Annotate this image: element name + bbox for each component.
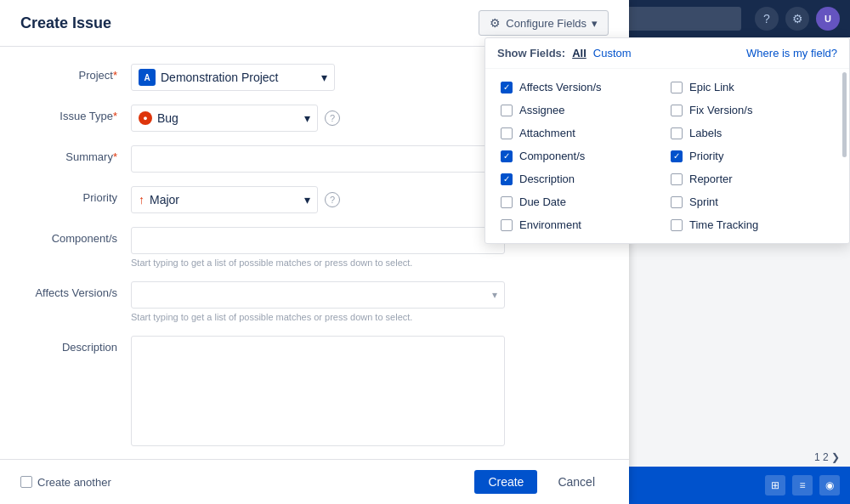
field-labels-label: Labels bbox=[689, 127, 722, 139]
field-fix-version-label: Fix Version/s bbox=[689, 104, 752, 116]
field-sprint-checkbox[interactable] bbox=[671, 196, 683, 208]
field-due-date-checkbox[interactable] bbox=[501, 196, 513, 208]
configure-fields-dropdown: Show Fields: All Custom Where is my fiel… bbox=[484, 37, 850, 244]
chevron-down-icon: ▾ bbox=[592, 17, 598, 30]
modal-title: Create Issue bbox=[20, 14, 111, 32]
field-priority[interactable]: ✓ Priority bbox=[667, 144, 837, 167]
summary-label: Summary* bbox=[20, 145, 131, 163]
field-affects-version-checkbox[interactable]: ✓ bbox=[501, 82, 513, 93]
bug-icon: ● bbox=[139, 111, 152, 125]
create-another-label: Create another bbox=[37, 476, 111, 489]
show-fields-label: Show Fields: bbox=[497, 47, 565, 59]
field-attachment-checkbox[interactable] bbox=[501, 127, 513, 139]
description-label: Description bbox=[20, 336, 131, 354]
priority-help-icon[interactable]: ? bbox=[325, 192, 340, 207]
field-priority-checkbox[interactable]: ✓ bbox=[671, 150, 683, 162]
create-another-wrapper: Create another bbox=[20, 476, 111, 489]
field-description-label: Description bbox=[519, 173, 575, 185]
priority-icon: ↑ bbox=[139, 193, 144, 207]
component-input[interactable] bbox=[131, 227, 505, 254]
description-field-row: Description bbox=[20, 336, 609, 449]
field-component-label: Component/s bbox=[519, 150, 585, 162]
field-reporter[interactable]: Reporter bbox=[667, 167, 837, 190]
description-field bbox=[131, 336, 609, 449]
field-sprint[interactable]: Sprint bbox=[667, 190, 837, 213]
project-label: Project* bbox=[20, 64, 131, 82]
field-environment-checkbox[interactable] bbox=[501, 219, 513, 231]
field-environment[interactable]: Environment bbox=[497, 213, 667, 236]
modal-footer: Create another Create Cancel bbox=[0, 459, 629, 504]
field-description[interactable]: ✓ Description bbox=[497, 167, 667, 190]
board-icon-grid[interactable]: ⊞ bbox=[765, 475, 785, 496]
help-nav-icon[interactable]: ? bbox=[755, 7, 779, 31]
priority-value: Major bbox=[150, 193, 179, 207]
affects-version-select[interactable]: ▾ bbox=[131, 281, 505, 309]
board-pagination: 1 2 ❯ bbox=[814, 451, 840, 463]
project-select[interactable]: A Demonstration Project ▾ bbox=[131, 64, 335, 91]
required-star: * bbox=[113, 69, 117, 82]
field-fix-version[interactable]: Fix Version/s bbox=[667, 99, 837, 122]
field-attachment[interactable]: Attachment bbox=[497, 122, 667, 144]
dropdown-scrollbar bbox=[842, 72, 847, 157]
field-reporter-checkbox[interactable] bbox=[671, 173, 683, 185]
field-attachment-label: Attachment bbox=[519, 127, 575, 139]
field-environment-label: Environment bbox=[519, 218, 581, 231]
issue-type-help-icon[interactable]: ? bbox=[325, 110, 340, 126]
board-icon-list[interactable]: ≡ bbox=[792, 475, 813, 496]
field-labels-checkbox[interactable] bbox=[671, 127, 683, 139]
gear-icon: ⚙ bbox=[490, 16, 501, 30]
field-labels[interactable]: Labels bbox=[667, 122, 837, 144]
field-epic-link[interactable]: Epic Link bbox=[667, 76, 837, 99]
project-chevron-icon: ▾ bbox=[321, 71, 327, 84]
field-assignee-checkbox[interactable] bbox=[501, 105, 513, 116]
priority-label: Priority bbox=[20, 186, 131, 204]
field-component-checkbox[interactable]: ✓ bbox=[501, 150, 513, 162]
field-component[interactable]: ✓ Component/s bbox=[497, 144, 667, 167]
field-time-tracking-label: Time Tracking bbox=[689, 218, 758, 231]
field-due-date-label: Due Date bbox=[519, 195, 566, 208]
issue-type-select[interactable]: ● Bug ▾ bbox=[131, 105, 318, 132]
nav-icons: ? ⚙ U bbox=[755, 7, 840, 31]
create-button[interactable]: Create bbox=[474, 470, 537, 494]
field-affects-version-label: Affects Version/s bbox=[519, 81, 602, 93]
settings-nav-icon[interactable]: ⚙ bbox=[785, 7, 809, 31]
field-time-tracking[interactable]: Time Tracking bbox=[667, 213, 837, 236]
field-sprint-label: Sprint bbox=[689, 195, 718, 208]
dropdown-header: Show Fields: All Custom Where is my fiel… bbox=[485, 38, 849, 69]
filter-custom-link[interactable]: Custom bbox=[593, 47, 632, 59]
affects-version-field: ▾ Start typing to get a list of possible… bbox=[131, 281, 609, 322]
configure-fields-button[interactable]: ⚙ Configure Fields ▾ bbox=[479, 10, 609, 36]
field-time-tracking-checkbox[interactable] bbox=[671, 219, 683, 231]
cancel-button[interactable]: Cancel bbox=[544, 470, 609, 494]
affects-chevron-icon: ▾ bbox=[492, 289, 497, 301]
board-blue-bar: ⊞ ≡ ◉ bbox=[629, 467, 850, 504]
field-due-date[interactable]: Due Date bbox=[497, 190, 667, 213]
field-epic-link-label: Epic Link bbox=[689, 81, 734, 93]
affects-hint: Start typing to get a list of possible m… bbox=[131, 312, 609, 322]
field-reporter-label: Reporter bbox=[689, 173, 733, 185]
field-assignee[interactable]: Assignee bbox=[497, 99, 667, 122]
configure-fields-label: Configure Fields bbox=[506, 17, 586, 30]
user-avatar[interactable]: U bbox=[816, 7, 840, 31]
field-priority-label: Priority bbox=[689, 150, 723, 162]
project-icon: A bbox=[139, 69, 156, 86]
issue-type-chevron-icon: ▾ bbox=[304, 111, 310, 125]
filter-all-link[interactable]: All bbox=[572, 47, 586, 59]
create-another-checkbox[interactable] bbox=[20, 476, 32, 488]
where-is-my-field-link[interactable]: Where is my field? bbox=[746, 47, 837, 59]
affects-version-label: Affects Version/s bbox=[20, 281, 131, 299]
field-epic-link-checkbox[interactable] bbox=[671, 82, 683, 93]
priority-select[interactable]: ↑ Major ▾ bbox=[131, 186, 318, 213]
board-icon-rss[interactable]: ◉ bbox=[819, 475, 840, 496]
required-star-3: * bbox=[113, 150, 117, 163]
description-textarea[interactable] bbox=[131, 336, 505, 446]
field-assignee-label: Assignee bbox=[519, 104, 564, 116]
component-hint: Start typing to get a list of possible m… bbox=[131, 258, 609, 268]
field-affects-version[interactable]: ✓ Affects Version/s bbox=[497, 76, 667, 99]
field-description-checkbox[interactable]: ✓ bbox=[501, 173, 513, 185]
project-value: Demonstration Project bbox=[161, 71, 279, 84]
issue-type-label: Issue Type* bbox=[20, 105, 131, 122]
priority-chevron-icon: ▾ bbox=[304, 193, 310, 207]
affects-version-field-row: Affects Version/s ▾ Start typing to get … bbox=[20, 281, 609, 322]
field-fix-version-checkbox[interactable] bbox=[671, 105, 683, 116]
